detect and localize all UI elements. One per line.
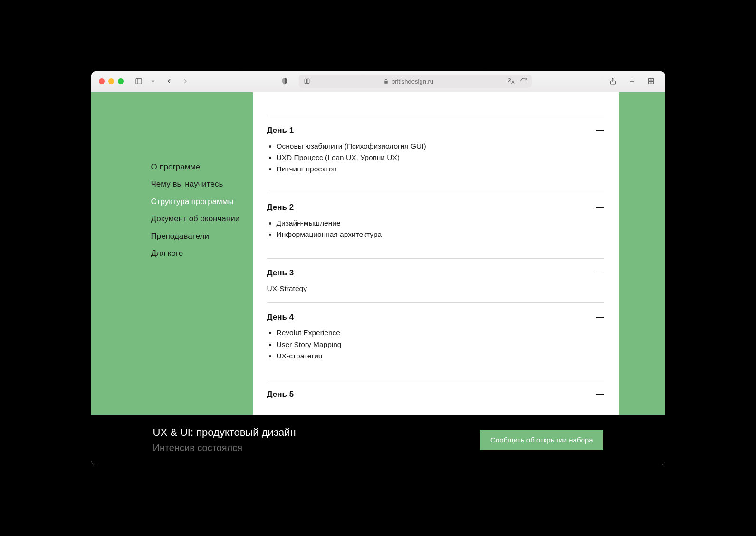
lock-icon bbox=[383, 79, 389, 84]
forward-button[interactable] bbox=[179, 75, 192, 87]
accordion-day-5: День 5 bbox=[267, 380, 604, 401]
list-item: Питчинг проектов bbox=[277, 164, 604, 174]
accordion-header-day-4[interactable]: День 4 bbox=[267, 303, 604, 328]
collapse-icon bbox=[596, 317, 604, 318]
tab-overview-button[interactable] bbox=[644, 75, 658, 87]
accordion-header-day-1[interactable]: День 1 bbox=[267, 116, 604, 141]
sidebar-item-learn[interactable]: Чему вы научитесь bbox=[151, 178, 253, 190]
course-status: Интенсив состоялся bbox=[153, 442, 296, 453]
notify-enrollment-button[interactable]: Сообщить об открытии набора bbox=[480, 430, 603, 450]
sidebar-nav: О программе Чему вы научитесь Структура … bbox=[91, 92, 253, 415]
list-item: Revolut Experience bbox=[277, 328, 604, 338]
accordion-title: День 1 bbox=[267, 126, 294, 135]
course-title: UX & UI: продуктовый дизайн bbox=[153, 426, 296, 439]
collapse-icon bbox=[596, 394, 604, 395]
minimize-window-button[interactable] bbox=[108, 78, 114, 84]
sidebar-item-about[interactable]: О программе bbox=[151, 161, 253, 173]
bottom-bar-info: UX & UI: продуктовый дизайн Интенсив сос… bbox=[153, 426, 296, 453]
address-bar[interactable]: britishdesign.ru bbox=[299, 75, 532, 88]
page-content: О программе Чему вы научитесь Структура … bbox=[91, 92, 665, 415]
svg-rect-9 bbox=[648, 82, 651, 84]
list-item: UXD Процесс (Lean UX, Уровни UX) bbox=[277, 152, 604, 163]
url-bar-actions bbox=[506, 77, 528, 85]
sidebar-item-structure[interactable]: Структура программы bbox=[151, 196, 253, 208]
collapse-icon bbox=[596, 273, 604, 274]
list-item: Информационная архитектура bbox=[277, 229, 604, 240]
accordion-day-4: День 4 Revolut Experience User Story Map… bbox=[267, 302, 604, 379]
svg-rect-0 bbox=[136, 79, 142, 84]
accordion-day-3: День 3 UX-Strategy bbox=[267, 258, 604, 302]
accordion-body: UX-Strategy bbox=[267, 283, 604, 302]
translate-icon[interactable] bbox=[506, 77, 517, 85]
new-tab-button[interactable] bbox=[625, 75, 639, 87]
svg-rect-7 bbox=[648, 79, 651, 81]
accordion-body: Основы юзабилити (Психофизиология GUI) U… bbox=[267, 141, 604, 193]
svg-rect-2 bbox=[305, 79, 306, 83]
tab-group-dropdown[interactable] bbox=[149, 75, 157, 87]
reload-button[interactable] bbox=[519, 77, 528, 85]
accordion-title: День 3 bbox=[267, 268, 294, 278]
sticky-bottom-bar: UX & UI: продуктовый дизайн Интенсив сос… bbox=[91, 415, 665, 465]
url-text: britishdesign.ru bbox=[315, 78, 502, 85]
svg-rect-10 bbox=[651, 82, 653, 84]
accordion-header-day-3[interactable]: День 3 bbox=[267, 259, 604, 283]
site-settings-icon[interactable] bbox=[303, 77, 311, 85]
close-window-button[interactable] bbox=[99, 78, 105, 84]
accordion-title: День 2 bbox=[267, 203, 294, 212]
main-content-panel[interactable]: День 1 Основы юзабилити (Психофизиология… bbox=[253, 92, 619, 415]
collapse-icon bbox=[596, 130, 604, 131]
browser-toolbar: britishdesign.ru bbox=[91, 71, 665, 92]
list-item: User Story Mapping bbox=[277, 339, 604, 350]
navigation-buttons bbox=[163, 75, 192, 87]
accordion-body: Revolut Experience User Story Mapping UX… bbox=[267, 328, 604, 379]
svg-rect-8 bbox=[651, 79, 653, 81]
sidebar-toggle-button[interactable] bbox=[132, 75, 145, 87]
accordion-title: День 4 bbox=[267, 312, 294, 322]
sidebar-item-audience[interactable]: Для кого bbox=[151, 247, 253, 260]
list-item: UX-стратегия bbox=[277, 351, 604, 361]
accordion-header-day-5[interactable]: День 5 bbox=[267, 380, 604, 401]
list-item: Основы юзабилити (Психофизиология GUI) bbox=[277, 141, 604, 151]
accordion-day-2: День 2 Дизайн-мышление Информационная ар… bbox=[267, 193, 604, 258]
collapse-icon bbox=[596, 207, 604, 208]
window-controls bbox=[99, 78, 124, 84]
accordion-header-day-2[interactable]: День 2 bbox=[267, 193, 604, 218]
share-button[interactable] bbox=[606, 75, 620, 87]
privacy-shield-icon[interactable] bbox=[278, 75, 291, 87]
accordion-day-1: День 1 Основы юзабилити (Психофизиология… bbox=[267, 116, 604, 193]
browser-window: britishdesign.ru О bbox=[91, 71, 665, 465]
accordion-body: Дизайн-мышление Информационная архитекту… bbox=[267, 218, 604, 258]
sidebar-item-certificate[interactable]: Документ об окончании bbox=[151, 213, 253, 225]
svg-rect-3 bbox=[307, 79, 309, 83]
accordion-title: День 5 bbox=[267, 390, 294, 399]
toolbar-right bbox=[606, 75, 658, 87]
sidebar-item-teachers[interactable]: Преподаватели bbox=[151, 230, 253, 243]
list-item: Дизайн-мышление bbox=[277, 218, 604, 228]
back-button[interactable] bbox=[163, 75, 176, 87]
maximize-window-button[interactable] bbox=[118, 78, 124, 84]
